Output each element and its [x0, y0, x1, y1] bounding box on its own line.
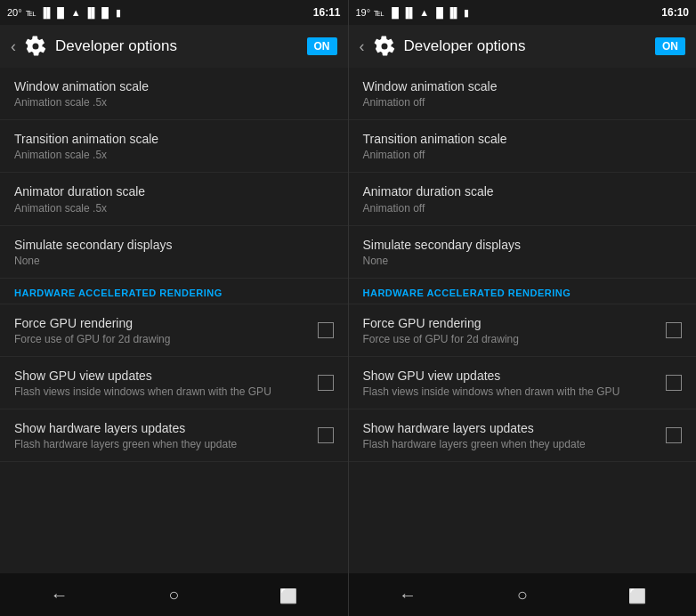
setting-item-1[interactable]: Transition animation scaleAnimation scal…	[0, 120, 348, 173]
signal-bars: ▐▌▐▌	[433, 7, 460, 18]
signal-bars: ▐▌▐▌	[85, 7, 112, 18]
setting-text: Window animation scaleAnimation off	[363, 78, 683, 109]
gear-icon	[25, 36, 46, 57]
setting-title: Show GPU view updates	[14, 368, 311, 384]
status-right: 16:10	[661, 6, 689, 19]
nav-recents-button[interactable]	[262, 578, 315, 612]
signal-icons: ▐▌▐▌	[40, 7, 68, 18]
setting-subtitle: Flash views inside windows when drawn wi…	[363, 385, 660, 398]
setting-text: Simulate secondary displaysNone	[363, 237, 683, 267]
nav-home-button[interactable]	[150, 578, 197, 612]
setting-title: Transition animation scale	[14, 131, 334, 147]
nav-back-button[interactable]	[381, 578, 434, 612]
setting-text: Force GPU renderingForce use of GPU for …	[363, 315, 660, 345]
status-bar: 20° ℡ ▐▌▐▌ ▲ ▐▌▐▌ ▮ 16:11	[0, 0, 348, 25]
setting-title: Window animation scale	[14, 78, 334, 94]
setting-item-0[interactable]: Window animation scaleAnimation off	[349, 68, 697, 120]
setting-subtitle: Flash views inside windows when drawn wi…	[14, 385, 311, 398]
settings-content: Window animation scaleAnimation offTrans…	[349, 68, 697, 573]
on-badge[interactable]: ON	[655, 37, 685, 55]
setting-item-5[interactable]: Force GPU renderingForce use of GPU for …	[0, 304, 348, 357]
setting-checkbox[interactable]	[318, 427, 334, 443]
back-button[interactable]: ‹	[360, 37, 365, 56]
setting-text: Show hardware layers updatesFlash hardwa…	[14, 420, 311, 450]
phone-panel-left: 20° ℡ ▐▌▐▌ ▲ ▐▌▐▌ ▮ 16:11 ‹ Developer op…	[0, 0, 349, 616]
setting-title: Transition animation scale	[363, 131, 683, 147]
nav-recents-button[interactable]	[611, 578, 664, 612]
gear-icon	[374, 36, 395, 57]
wifi-icon: ▲	[71, 7, 81, 18]
setting-item-6[interactable]: Show GPU view updatesFlash views inside …	[349, 357, 697, 409]
setting-text: Show hardware layers updatesFlash hardwa…	[363, 420, 660, 450]
setting-subtitle: Force use of GPU for 2d drawing	[14, 333, 311, 345]
setting-item-3[interactable]: Simulate secondary displaysNone	[349, 226, 697, 279]
setting-text: Force GPU renderingForce use of GPU for …	[14, 315, 311, 345]
settings-content: Window animation scaleAnimation scale .5…	[0, 68, 348, 573]
header-title: Developer options	[404, 37, 647, 55]
status-temp: 19°	[356, 7, 371, 18]
setting-title: Force GPU rendering	[14, 315, 311, 331]
setting-text: Show GPU view updatesFlash views inside …	[363, 368, 660, 398]
setting-text: Animator duration scaleAnimation scale .…	[14, 183, 334, 214]
status-time: 16:10	[661, 6, 689, 19]
setting-checkbox[interactable]	[666, 427, 682, 443]
setting-checkbox[interactable]	[666, 375, 682, 391]
setting-item-1[interactable]: Transition animation scaleAnimation off	[349, 120, 697, 173]
setting-checkbox[interactable]	[318, 322, 334, 338]
section-header: HARDWARE ACCELERATED RENDERING	[349, 279, 697, 304]
setting-subtitle: Animation off	[363, 149, 683, 161]
setting-item-2[interactable]: Animator duration scaleAnimation scale .…	[0, 173, 348, 225]
setting-item-6[interactable]: Show GPU view updatesFlash views inside …	[0, 357, 348, 409]
setting-text: Transition animation scaleAnimation scal…	[14, 131, 334, 161]
status-temp: 20°	[7, 7, 22, 18]
setting-text: Transition animation scaleAnimation off	[363, 131, 683, 161]
setting-subtitle: Animation scale .5x	[14, 149, 334, 161]
setting-subtitle: Flash hardware layers green when they up…	[14, 438, 311, 450]
setting-text: Window animation scaleAnimation scale .5…	[14, 78, 334, 109]
signal-icons: ▐▌▐▌	[388, 7, 416, 18]
setting-item-3[interactable]: Simulate secondary displaysNone	[0, 226, 348, 279]
setting-subtitle: Animation off	[363, 202, 683, 215]
setting-item-2[interactable]: Animator duration scaleAnimation off	[349, 173, 697, 225]
setting-subtitle: Animation scale .5x	[14, 202, 334, 215]
wifi-icon: ▲	[419, 7, 429, 18]
setting-text: Simulate secondary displaysNone	[14, 237, 334, 267]
battery-icon: ▮	[464, 7, 469, 19]
setting-title: Animator duration scale	[14, 183, 334, 199]
status-left: 19° ℡ ▐▌▐▌ ▲ ▐▌▐▌ ▮	[356, 7, 470, 19]
setting-subtitle: Flash hardware layers green when they up…	[363, 438, 660, 450]
setting-subtitle: Force use of GPU for 2d drawing	[363, 333, 660, 345]
setting-item-5[interactable]: Force GPU renderingForce use of GPU for …	[349, 304, 697, 357]
setting-text: Show GPU view updatesFlash views inside …	[14, 368, 311, 398]
back-button[interactable]: ‹	[11, 37, 16, 56]
setting-subtitle: Animation scale .5x	[14, 96, 334, 109]
phone-panel-right: 19° ℡ ▐▌▐▌ ▲ ▐▌▐▌ ▮ 16:10 ‹ Developer op…	[349, 0, 697, 616]
status-time: 16:11	[313, 6, 341, 19]
section-header: HARDWARE ACCELERATED RENDERING	[0, 279, 348, 304]
setting-item-0[interactable]: Window animation scaleAnimation scale .5…	[0, 68, 348, 120]
nav-home-button[interactable]	[499, 578, 546, 612]
setting-item-7[interactable]: Show hardware layers updatesFlash hardwa…	[349, 409, 697, 462]
setting-title: Show hardware layers updates	[14, 420, 311, 436]
header: ‹ Developer options ON	[349, 25, 697, 68]
setting-text: Animator duration scaleAnimation off	[363, 183, 683, 214]
status-right: 16:11	[313, 6, 341, 19]
setting-title: Simulate secondary displays	[363, 237, 683, 253]
bluetooth-icon: ℡	[26, 7, 36, 19]
battery-icon: ▮	[116, 7, 121, 19]
on-badge[interactable]: ON	[307, 37, 337, 55]
setting-title: Animator duration scale	[363, 183, 683, 199]
status-left: 20° ℡ ▐▌▐▌ ▲ ▐▌▐▌ ▮	[7, 7, 121, 19]
setting-subtitle: None	[363, 255, 683, 267]
setting-checkbox[interactable]	[666, 322, 682, 338]
setting-title: Simulate secondary displays	[14, 237, 334, 253]
nav-back-button[interactable]	[32, 578, 85, 612]
setting-item-7[interactable]: Show hardware layers updatesFlash hardwa…	[0, 409, 348, 462]
header: ‹ Developer options ON	[0, 25, 348, 68]
nav-bar	[0, 573, 348, 616]
setting-title: Show hardware layers updates	[363, 420, 660, 436]
setting-checkbox[interactable]	[318, 375, 334, 391]
setting-title: Show GPU view updates	[363, 368, 660, 384]
setting-title: Window animation scale	[363, 78, 683, 94]
setting-subtitle: Animation off	[363, 96, 683, 109]
